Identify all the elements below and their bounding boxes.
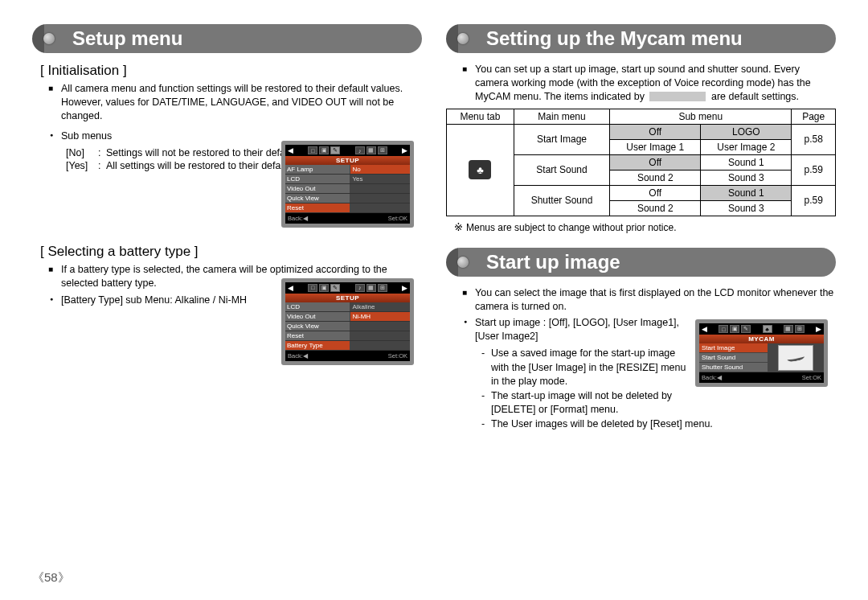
screenshot-setup-battery: ◀ □▣✎ ♪▦⊞ ▶ SETUP LCDAlkalineVideo OutNi…: [281, 278, 414, 365]
menu-row: Video OutNi-MH: [285, 312, 410, 322]
sui-desc: You can select the image that is first d…: [475, 286, 836, 314]
menu-row: Battery Type: [285, 341, 410, 351]
menu-row: LCDYes: [285, 175, 410, 184]
banner-mycam-menu: Setting up the Mycam menu: [446, 24, 836, 53]
menu-row: Reset: [285, 331, 410, 341]
nav-right-icon: ▶: [402, 146, 407, 154]
menu-row: Quick View: [285, 322, 410, 331]
mycam-note: ※Menus are subject to change without pri…: [454, 221, 836, 233]
default-highlight-swatch: [649, 92, 706, 101]
page-number: 《58》: [32, 570, 70, 586]
mycam-tab-icon: ♣: [469, 160, 491, 179]
menu-row: AF LampNo: [285, 165, 410, 175]
menu-row: Quick View: [285, 194, 410, 203]
mycam-table: Menu tab Main menu Sub menu Page ♣ Start…: [446, 109, 836, 216]
banner-setup-menu: Setup menu: [32, 24, 422, 53]
sui-note-1: Use a saved image for the start-up image…: [485, 347, 836, 389]
menu-row: Reset: [285, 203, 410, 213]
submenus-label: Sub menus: [61, 129, 422, 143]
battery-sub: [Battery Type] sub Menu: Alkaline / Ni-M…: [61, 294, 422, 307]
screenshot-setup-reset: ◀ □▣✎ ♪▦⊞ ▶ SETUP AF LampNoLCDYesVideo O…: [281, 141, 414, 228]
section-initialisation-title: [ Initialisation ]: [40, 63, 422, 79]
battery-desc: If a battery type is selected, the camer…: [61, 263, 422, 290]
mycam-intro: You can set up a start up image, start u…: [475, 63, 836, 104]
nav-left-icon: ◀: [288, 146, 293, 154]
menu-row: Video Out: [285, 184, 410, 194]
sui-opts: Start up image : [Off], [LOGO], [User Im…: [475, 316, 836, 343]
sui-note-3: The User images will be deleted by [Rese…: [485, 417, 836, 432]
left-column: Setup menu [ Initialisation ] All camera…: [32, 24, 422, 431]
banner-startup-image: Start up image: [446, 248, 836, 277]
sui-note-2: The start-up image will not be deleted b…: [485, 389, 836, 417]
section-battery-title: [ Selecting a battery type ]: [40, 244, 422, 260]
right-column: Setting up the Mycam menu You can set up…: [446, 24, 836, 431]
init-desc: All camera menu and function settings wi…: [61, 82, 422, 123]
